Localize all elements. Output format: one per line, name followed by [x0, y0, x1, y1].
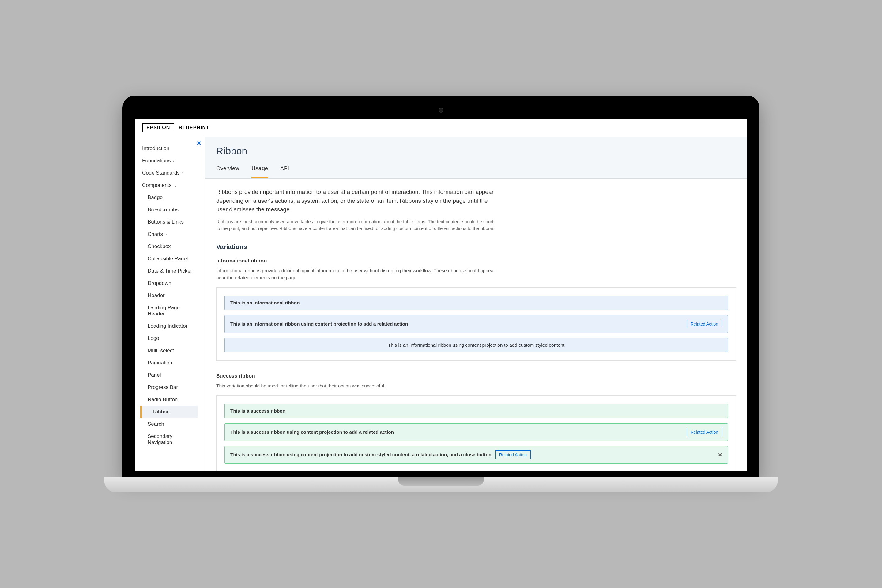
nav-sub-item[interactable]: Multi-select — [148, 345, 198, 357]
nav-sub-item[interactable]: Ribbon — [140, 406, 198, 418]
chevron-right-icon: › — [173, 159, 175, 163]
page-header: Ribbon OverviewUsageAPI — [205, 137, 747, 178]
screen-bezel: EPSILON BLUEPRINT ✕ IntroductionFoundati… — [123, 96, 759, 477]
chevron-right-icon: › — [182, 171, 183, 175]
nav-sub-item[interactable]: Pagination — [148, 357, 198, 369]
tab-bar: OverviewUsageAPI — [216, 165, 736, 178]
nav-sub-item[interactable]: Badge — [148, 191, 198, 204]
app-screen: EPSILON BLUEPRINT ✕ IntroductionFoundati… — [135, 119, 747, 471]
nav-sub-item[interactable]: Panel — [148, 369, 198, 381]
ribbon-text: This is an informational ribbon using co… — [230, 321, 408, 327]
ribbon-text: This is a success ribbon using content p… — [230, 452, 492, 458]
main-content: Ribbon OverviewUsageAPI Ribbons provide … — [205, 137, 747, 471]
tab-usage[interactable]: Usage — [251, 165, 268, 178]
info-heading: Informational ribbon — [216, 258, 736, 264]
sub-intro-text: Ribbons are most commonly used above tab… — [216, 218, 498, 232]
chevron-right-icon: › — [165, 232, 166, 236]
info-desc: Informational ribbons provide additional… — [216, 267, 498, 282]
nav-item[interactable]: Introduction — [142, 142, 198, 154]
nav-sub-item[interactable]: Checkbox — [148, 240, 198, 253]
variations-heading: Variations — [216, 243, 736, 250]
nav-sub-item[interactable]: Buttons & Links — [148, 216, 198, 228]
success-ribbon-basic: This is a success ribbon — [225, 404, 728, 418]
nav-item[interactable]: Foundations› — [142, 154, 198, 167]
nav-sub-item[interactable]: Header — [148, 290, 198, 302]
ribbon-text: This is an informational ribbon — [230, 300, 300, 306]
nav-sub-item[interactable]: Radio Button — [148, 393, 198, 406]
nav-sub-item[interactable]: Date & Time Picker — [148, 265, 198, 277]
top-bar: EPSILON BLUEPRINT — [135, 119, 747, 137]
nav-sub-item[interactable]: Progress Bar — [148, 381, 198, 393]
nav-sub-item[interactable]: Dropdown — [148, 277, 198, 290]
success-heading: Success ribbon — [216, 373, 736, 379]
laptop-mockup: EPSILON BLUEPRINT ✕ IntroductionFoundati… — [123, 96, 759, 492]
nav-sub-item[interactable]: Landing Page Header — [148, 302, 198, 320]
tab-api[interactable]: API — [280, 165, 289, 178]
close-icon[interactable]: ✕ — [718, 452, 722, 458]
success-examples: This is a success ribbon This is a succe… — [216, 395, 736, 471]
laptop-base — [104, 477, 778, 492]
related-action-button[interactable]: Related Action — [687, 320, 722, 328]
page-content: Ribbons provide important information to… — [205, 178, 747, 471]
nav-sub-item[interactable]: Collapsible Panel — [148, 253, 198, 265]
ribbon-text: This is a success ribbon using content p… — [230, 429, 394, 435]
laptop-notch — [398, 477, 484, 486]
nav-sub-item[interactable]: Charts› — [148, 228, 198, 240]
related-action-button[interactable]: Related Action — [495, 450, 531, 459]
success-ribbon-full: This is a success ribbon using content p… — [225, 446, 728, 464]
logo-text: BLUEPRINT — [178, 125, 210, 130]
success-desc: This variation should be used for tellin… — [216, 382, 498, 389]
info-ribbon-custom: This is an informational ribbon using co… — [225, 338, 728, 352]
sidebar: ✕ IntroductionFoundations›Code Standards… — [135, 137, 205, 471]
nav-sub-item[interactable]: Search — [148, 418, 198, 430]
nav-item[interactable]: Components⌄ — [142, 179, 198, 191]
close-icon[interactable]: ✕ — [196, 140, 201, 147]
related-action-button[interactable]: Related Action — [687, 428, 722, 436]
info-ribbon-action: This is an informational ribbon using co… — [225, 315, 728, 333]
chevron-down-icon: ⌄ — [174, 183, 177, 188]
info-examples: This is an informational ribbon This is … — [216, 287, 736, 361]
nav-sub-item[interactable]: Breadcrumbs — [148, 204, 198, 216]
logo-box: EPSILON — [142, 123, 174, 132]
nav-item[interactable]: Code Standards› — [142, 167, 198, 179]
ribbon-text: This is an informational ribbon using co… — [388, 342, 564, 348]
success-ribbon-action: This is a success ribbon using content p… — [225, 423, 728, 441]
ribbon-text: This is a success ribbon — [230, 408, 285, 414]
nav-sub-item[interactable]: Secondary Navigation — [148, 430, 198, 448]
info-ribbon-basic: This is an informational ribbon — [225, 296, 728, 310]
intro-text: Ribbons provide important information to… — [216, 188, 498, 214]
camera-dot — [438, 108, 444, 113]
nav-sub-item[interactable]: Logo — [148, 332, 198, 345]
tab-overview[interactable]: Overview — [216, 165, 239, 178]
nav-sub-item[interactable]: Loading Indicator — [148, 320, 198, 332]
app-body: ✕ IntroductionFoundations›Code Standards… — [135, 137, 747, 471]
page-title: Ribbon — [216, 146, 736, 157]
